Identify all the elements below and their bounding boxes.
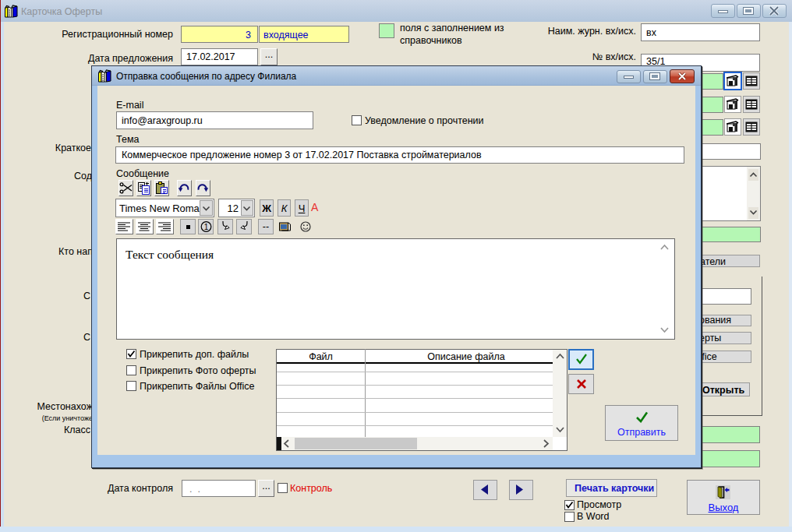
svg-text:1: 1 [204,223,209,231]
